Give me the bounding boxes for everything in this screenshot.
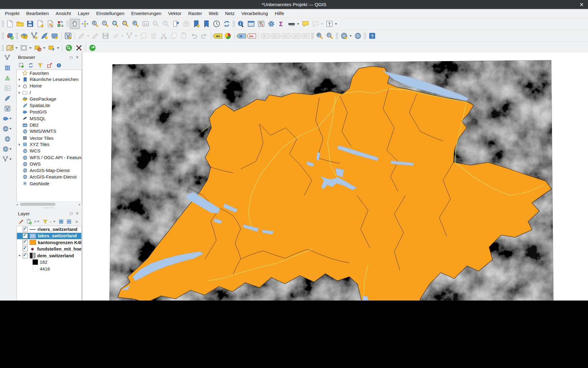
world-globe-button[interactable] (353, 31, 363, 41)
zoom-last-pair-button[interactable] (315, 31, 325, 41)
browser-item-root[interactable]: / (17, 89, 81, 96)
zoom-full-button[interactable] (110, 19, 120, 29)
undo-button[interactable] (189, 31, 199, 41)
toolbar-grip[interactable] (232, 21, 235, 27)
measure-dropdown-caret[interactable] (297, 23, 299, 25)
browser-item-wcs[interactable]: WCS (17, 148, 81, 154)
layer-row-lakes[interactable]: lakes_switzerland (17, 233, 81, 239)
vertex-tool-button[interactable] (125, 31, 135, 41)
add-postgis-layer-button[interactable] (1, 114, 14, 124)
browser-item-wms[interactable]: WMS/WMTS (17, 128, 81, 135)
add-selected-layers-button[interactable] (18, 62, 25, 69)
add-wfs-layer-button[interactable] (1, 144, 14, 154)
refresh-browser-button[interactable] (27, 62, 34, 69)
data-source-manager-button[interactable] (5, 31, 15, 41)
caret[interactable] (9, 159, 12, 160)
redo-button[interactable] (199, 31, 209, 41)
toolbar-overflow-button[interactable]: » (74, 218, 80, 225)
browser-horizontal-scrollbar[interactable]: ◂ ▸ (15, 202, 82, 207)
menu-erweiterungen[interactable]: Erweiterungen (128, 10, 165, 17)
new-shapefile-layer-button[interactable] (29, 31, 40, 41)
delete-selected-button[interactable] (149, 31, 159, 41)
caret[interactable] (9, 148, 12, 150)
refresh-map-button[interactable] (222, 19, 232, 29)
measure-line-button[interactable] (287, 19, 297, 29)
filter-browser-button[interactable] (37, 62, 43, 69)
new-map-view-button[interactable] (171, 19, 181, 29)
new-spatial-bookmark-button[interactable] (191, 19, 201, 29)
move-label-button[interactable]: ab (260, 31, 270, 41)
add-group-button[interactable] (26, 218, 32, 225)
browser-item-favoriten[interactable]: Favoriten (17, 70, 81, 76)
scroll-left-icon[interactable]: ◂ (15, 202, 19, 206)
layout-shortcuts-caret[interactable] (29, 47, 32, 49)
browser-item-xyz-tiles[interactable]: XYZ Tiles (17, 141, 81, 148)
close-window-button[interactable]: ✕ (578, 1, 585, 8)
add-delimited-text-layer-button[interactable] (1, 83, 14, 93)
menu-verarbeitung[interactable]: Verarbeitung (238, 10, 271, 17)
browser-item-home[interactable]: Home (17, 83, 81, 89)
browser-item-arcgis-feature[interactable]: ArcGIS-Feature-Dienst (17, 174, 81, 180)
layer-presets-button[interactable] (33, 43, 43, 53)
menu-layer[interactable]: Layer (74, 10, 93, 17)
cut-features-button[interactable] (159, 31, 169, 41)
digitize-button[interactable] (111, 31, 121, 41)
new-project-button[interactable] (5, 19, 15, 29)
add-spatialite-layer-button[interactable] (1, 94, 14, 103)
open-project-button[interactable] (15, 19, 25, 29)
highlight-labels-button[interactable]: abc (246, 31, 256, 41)
caret[interactable] (9, 118, 12, 119)
open-attribute-table-button[interactable] (246, 19, 256, 29)
browser-item-wfs[interactable]: WFS / OGC API - Feature (17, 154, 81, 161)
new-print-layout-button[interactable] (35, 19, 45, 29)
zoom-native-button[interactable]: 1:1 (141, 19, 151, 29)
toolbar-grip[interactable] (16, 33, 18, 39)
layer-presets-caret[interactable] (43, 47, 45, 49)
menu-netz[interactable]: Netz (222, 10, 238, 17)
label-tool-button[interactable]: abc (290, 31, 300, 41)
zoom-next-button[interactable] (161, 19, 171, 29)
toggle-editing-button[interactable] (90, 31, 100, 41)
new-3d-map-view-button[interactable] (181, 19, 191, 29)
annotation-toolbar-button[interactable] (5, 43, 15, 53)
scroll-thumb[interactable] (20, 203, 55, 206)
panel-splitter[interactable] (15, 206, 82, 209)
zoom-in-button[interactable] (90, 19, 100, 29)
close-panel-icon[interactable]: ✕ (75, 55, 80, 59)
add-wms-layer-button[interactable] (1, 124, 14, 134)
modify-attributes-button[interactable] (138, 31, 149, 41)
paste-features-button[interactable] (179, 31, 189, 41)
zoom-to-layer-button[interactable] (130, 19, 141, 29)
digitize-caret[interactable] (121, 35, 123, 36)
browser-item-geonode[interactable]: GeoNode (17, 180, 81, 187)
title-bar[interactable]: *Unbenanntes Projekt — QGIS ✕ (0, 0, 588, 9)
save-layer-edits-button[interactable] (100, 31, 111, 41)
raster-class-row[interactable]: 182 (17, 259, 81, 265)
georeferencer-caret[interactable] (349, 35, 352, 36)
temporal-controller-button[interactable] (212, 19, 222, 29)
add-wcs-layer-button[interactable] (1, 134, 14, 144)
menu-hilfe[interactable]: Hilfe (271, 10, 288, 17)
copy-features-button[interactable] (169, 31, 179, 41)
layer-checkbox[interactable] (22, 253, 28, 258)
map-canvas[interactable] (82, 52, 588, 301)
menu-raster[interactable]: Raster (185, 10, 205, 17)
filter-by-expression-button[interactable]: ε (50, 218, 57, 225)
browser-item-arcgis-map[interactable]: ArcGIS-Map-Dienst (17, 167, 81, 174)
rotate-label-button[interactable]: abc (270, 31, 280, 41)
new-virtual-layer-button[interactable] (50, 31, 60, 41)
layer-diagram-button[interactable] (223, 31, 233, 41)
menu-vektor[interactable]: Vektor (165, 10, 185, 17)
close-x-tool-button[interactable] (74, 43, 84, 53)
toolbar-grip[interactable] (66, 21, 69, 27)
add-vector-layer-button[interactable] (1, 53, 14, 63)
show-bookmarks-button[interactable] (202, 19, 212, 29)
resource-sharing-button[interactable] (87, 43, 97, 53)
georeferencer-button[interactable] (339, 31, 349, 41)
add-arcgis-layer-button[interactable] (1, 154, 14, 164)
layer-row-dem[interactable]: dem_switzerland (17, 252, 81, 259)
scroll-right-icon[interactable]: ▸ (77, 202, 81, 206)
identify-features-button[interactable] (236, 19, 246, 29)
menu-einstellungen[interactable]: Einstellungen (93, 10, 128, 17)
browser-item-lesezeichen[interactable]: Räumliche Lesezeichen (17, 76, 81, 83)
